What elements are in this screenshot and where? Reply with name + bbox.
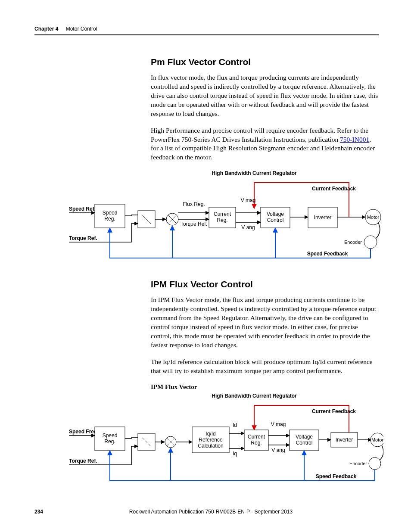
diag1-speed-fb: Speed Feedback bbox=[307, 251, 348, 257]
diag2-vang: V ang bbox=[271, 447, 285, 453]
diag2-motor: Motor bbox=[371, 437, 383, 442]
diag1-torque-ref: Torque Ref. bbox=[69, 235, 97, 241]
diag1-cur-reg-l1: Current bbox=[214, 211, 231, 217]
diag1-flux-reg: Flux Reg. bbox=[183, 201, 205, 207]
page-footer: 234 Rockwell Automation Publication 750-… bbox=[34, 509, 379, 515]
diag2-id: Id bbox=[233, 422, 237, 428]
diag2-speed-reg-l2: Reg. bbox=[104, 439, 115, 445]
diag2-ref-l1: Iq/Id bbox=[206, 431, 215, 437]
diag1-top-label: High Bandwidth Current Regulator bbox=[212, 170, 297, 176]
diag2-inverter: Inverter bbox=[336, 437, 353, 443]
diag1-inverter: Inverter bbox=[314, 215, 332, 221]
running-header: Chapter 4 Motor Control bbox=[34, 26, 379, 35]
diag2-speed-fb: Speed Feedback bbox=[316, 473, 357, 479]
diag2-cur-reg-l2: Reg. bbox=[251, 440, 262, 446]
page-number: 234 bbox=[34, 509, 43, 515]
diag1-vang: V ang bbox=[241, 224, 255, 230]
diag2-cur-fb: Current Feedback bbox=[312, 408, 356, 414]
diag1-encoder: Encoder bbox=[344, 240, 362, 245]
para-pm-2: High Performance and precise control wil… bbox=[151, 126, 379, 162]
diag2-ref-l3: Calculation bbox=[198, 443, 223, 449]
para-ipm-1: In IPM Flux Vector mode, the flux and to… bbox=[151, 296, 379, 350]
section-label: Motor Control bbox=[66, 26, 97, 32]
para-ipm-2: The Iq/Id reference calculation block wi… bbox=[151, 358, 379, 376]
publication-info: Rockwell Automation Publication 750-RM00… bbox=[34, 509, 379, 515]
diag1-volt-l1: Voltage bbox=[267, 211, 284, 217]
diag2-vmag: V mag bbox=[271, 421, 286, 427]
para-pm-2a: High Performance and precise control wil… bbox=[151, 127, 368, 143]
diag2-iq: Iq bbox=[233, 451, 237, 457]
diag2-encoder: Encoder bbox=[349, 461, 367, 466]
heading-ipm-flux: IPM Flux Vector Control bbox=[151, 279, 379, 289]
diag1-volt-l2: Control bbox=[267, 217, 284, 223]
diag2-top-label: High Bandwidth Current Regulator bbox=[212, 393, 297, 399]
diag2-ref-l2: Reference bbox=[199, 437, 223, 443]
diagram-pm-flux: High Bandwidth Current Regulator Current… bbox=[69, 170, 379, 266]
heading-pm-flux: Pm Flux Vector Control bbox=[151, 57, 379, 67]
caption-ipm: IPM Flux Vector bbox=[151, 383, 379, 391]
diag1-cur-reg-l2: Reg. bbox=[217, 217, 227, 223]
diag1-motor: Motor bbox=[367, 215, 379, 220]
svg-point-42 bbox=[369, 457, 381, 470]
diag1-cur-fb: Current Feedback bbox=[312, 186, 356, 192]
link-750-in001[interactable]: 750-IN001 bbox=[340, 136, 369, 143]
diag2-speed-freq: Speed Freq. bbox=[69, 429, 99, 435]
diag1-vmag: V mag bbox=[241, 197, 256, 203]
diag2-volt-l1: Voltage bbox=[296, 434, 313, 440]
diag1-speed-ref: Speed Ref. bbox=[69, 206, 96, 212]
chapter-label: Chapter 4 bbox=[34, 26, 58, 32]
diag2-speed-reg-l1: Speed bbox=[103, 432, 118, 439]
diag2-torque-ref: Torque Ref. bbox=[69, 458, 97, 464]
svg-point-19 bbox=[364, 236, 377, 249]
para-pm-1: In flux vector mode, the flux and torque… bbox=[151, 73, 379, 118]
diag2-volt-l2: Control bbox=[296, 440, 313, 446]
diag2-cur-reg-l1: Current bbox=[248, 434, 265, 440]
diag1-speed-reg-l1: Speed bbox=[103, 210, 118, 216]
diag1-torque-ref2: Torque Ref. bbox=[181, 221, 207, 227]
diag1-speed-reg-l2: Reg. bbox=[104, 216, 115, 222]
diagram-ipm-flux: High Bandwidth Current Regulator Current… bbox=[69, 392, 379, 489]
